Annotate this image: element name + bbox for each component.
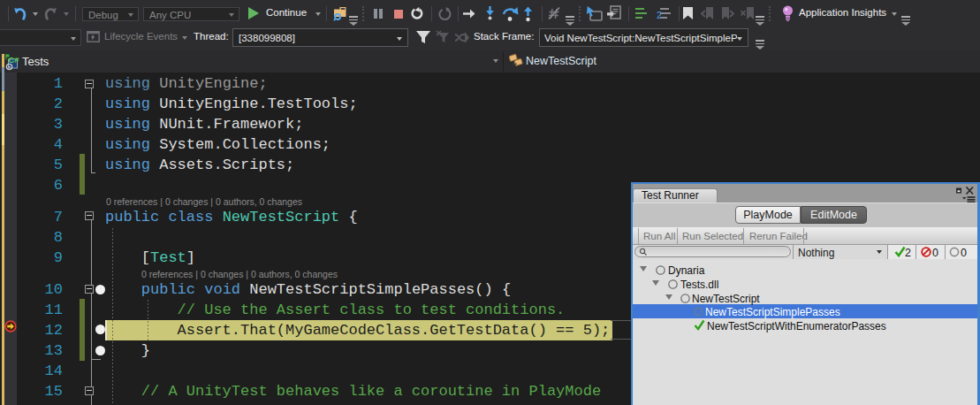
svg-text:C#: C# bbox=[9, 55, 20, 65]
svg-text:2: 2 bbox=[657, 10, 662, 20]
